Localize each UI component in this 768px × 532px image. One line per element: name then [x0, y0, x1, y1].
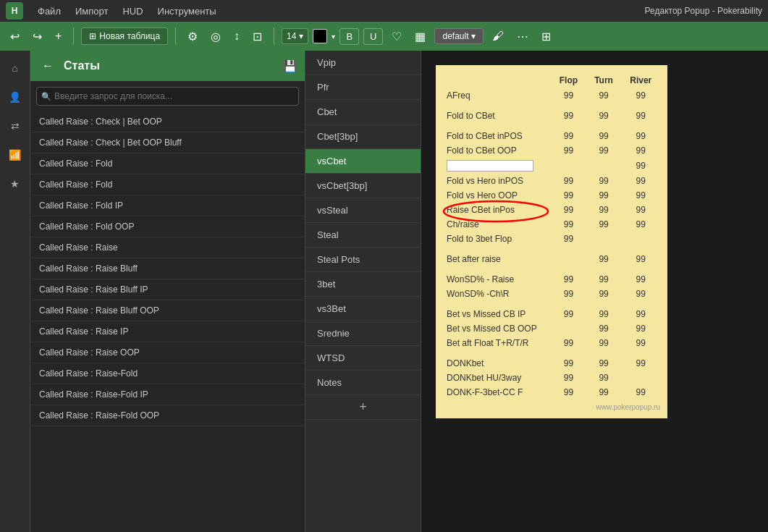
person-icon[interactable]: 👤	[5, 87, 25, 107]
menu-cbet3bp[interactable]: Cbet[3bp]	[305, 124, 421, 149]
menu-bar: H Файл Импорт HUD Инструменты Редактор P…	[0, 0, 768, 22]
stat-river: 99	[622, 336, 660, 350]
col-stat	[443, 72, 551, 88]
stat-river: 99	[622, 321, 660, 336]
menu-vscbet[interactable]: vsCbet	[305, 149, 421, 174]
app-title: Редактор Popup - Pokerability	[645, 6, 762, 16]
arrow-button[interactable]: ↕	[229, 27, 244, 46]
stat-name	[443, 158, 551, 174]
heart-button[interactable]: ♡	[387, 27, 406, 46]
list-item[interactable]: Called Raise : Raise Bluff OOP	[30, 300, 305, 321]
table-row: WonSD% -Ch\R 99 99 99	[443, 287, 660, 301]
list-item[interactable]: Called Raise : Fold OOP	[30, 216, 305, 237]
list-item[interactable]: Called Raise : Raise Bluff	[30, 258, 305, 279]
add-menu-item-button[interactable]: +	[305, 395, 421, 420]
settings-button[interactable]: ⚙	[183, 27, 202, 46]
menu-dropdown: Vpip Pfr Cbet Cbet[3bp] vsCbet vsCbet[3b…	[305, 51, 421, 532]
stat-river: 99	[622, 88, 660, 103]
menu-vs3bet[interactable]: vs3Bet	[305, 297, 421, 321]
list-item[interactable]: Called Raise : Raise-Fold	[30, 363, 305, 384]
paint-button[interactable]: 🖌	[488, 27, 508, 46]
menu-srednie[interactable]: Srednie	[305, 321, 421, 346]
stat-name: WonSD% -Ch\R	[443, 287, 551, 301]
list-item[interactable]: Called Raise : Check | Bet OOP Bluff	[30, 132, 305, 153]
menu-hud[interactable]: HUD	[122, 6, 143, 17]
list-item[interactable]: Called Raise : Check | Bet OOP	[30, 111, 305, 132]
save-button[interactable]: 💾	[283, 59, 298, 73]
stat-turn: 99	[586, 272, 622, 287]
menu-steal[interactable]: Steal	[305, 223, 421, 248]
menu-file[interactable]: Файл	[38, 6, 61, 17]
gap-row	[443, 301, 660, 307]
stats-table-container: Flop Turn River AFreq 99 99 99	[436, 65, 667, 418]
stats-table-wrapper: Flop Turn River AFreq 99 99 99	[436, 65, 667, 418]
font-color-picker[interactable]	[313, 29, 327, 43]
color-arrow: ▾	[332, 33, 335, 41]
table-row: Raise CBet inPos 99 99 99	[443, 203, 660, 217]
stat-flop	[551, 321, 586, 336]
add-button[interactable]: +	[51, 27, 66, 46]
default-arrow: ▾	[471, 31, 476, 41]
table-row: Bet aft Float T+R/T/R 99 99 99	[443, 336, 660, 350]
stats-table: Flop Turn River AFreq 99 99 99	[443, 72, 660, 400]
stat-turn: 99	[586, 129, 622, 143]
main-area: ⌂ 👤 ⇄ 📶 ★ ← Статы 💾 🔍 Called Raise : Che…	[0, 51, 768, 532]
stat-river: 99	[622, 287, 660, 301]
stat-name: AFreq	[443, 88, 551, 103]
list-item[interactable]: Called Raise : Raise	[30, 237, 305, 258]
list-item[interactable]: Called Raise : Raise-Fold OOP	[30, 405, 305, 426]
list-item[interactable]: Called Raise : Raise OOP	[30, 342, 305, 363]
stat-turn: 99	[586, 336, 622, 350]
stat-turn: 99	[586, 356, 622, 371]
stat-name: WonSD% - Raise	[443, 272, 551, 287]
more-button[interactable]: ⋯	[512, 27, 533, 46]
underline-button[interactable]: U	[363, 28, 383, 45]
menu-wtsd[interactable]: WTSD	[305, 346, 421, 371]
wifi-icon[interactable]: 📶	[5, 145, 25, 165]
home-icon[interactable]: ⌂	[5, 58, 25, 78]
menu-tools[interactable]: Инструменты	[158, 6, 216, 17]
default-label: default	[442, 31, 468, 41]
table-row: AFreq 99 99 99	[443, 88, 660, 103]
list-item[interactable]: Called Raise : Fold	[30, 153, 305, 174]
stat-flop	[551, 158, 586, 174]
grid-button[interactable]: ▦	[410, 27, 430, 46]
stat-flop	[551, 252, 586, 266]
menu-vscbet3bp[interactable]: vsCbet[3bp]	[305, 174, 421, 198]
table-row: Fold to 3bet Flop 99	[443, 232, 660, 246]
menu-vssteal[interactable]: vsSteal	[305, 198, 421, 223]
menu-3bet[interactable]: 3bet	[305, 272, 421, 297]
menu-steal-pots[interactable]: Steal Pots	[305, 248, 421, 272]
stat-turn: 99	[586, 88, 622, 103]
stat-flop: 99	[551, 385, 586, 400]
stat-flop: 99	[551, 232, 586, 246]
back-button[interactable]: ←	[38, 56, 58, 75]
stat-river: 99	[622, 272, 660, 287]
menu-notes[interactable]: Notes	[305, 371, 421, 395]
new-table-button[interactable]: ⊞ Новая таблица	[81, 28, 168, 45]
list-item[interactable]: Called Raise : Raise Bluff IP	[30, 279, 305, 300]
bold-button[interactable]: B	[339, 28, 359, 45]
list-item[interactable]: Called Raise : Fold IP	[30, 195, 305, 216]
undo-button[interactable]: ↩	[6, 27, 24, 46]
menu-pfr[interactable]: Pfr	[305, 75, 421, 100]
list-item[interactable]: Called Raise : Raise IP	[30, 321, 305, 342]
table-row: Ch/raise 99 99 99	[443, 217, 660, 232]
inline-input[interactable]	[447, 160, 533, 172]
search-input[interactable]	[36, 87, 299, 106]
menu-import[interactable]: Импорт	[75, 6, 108, 17]
list-item[interactable]: Called Raise : Raise-Fold IP	[30, 384, 305, 405]
menu-cbet[interactable]: Cbet	[305, 100, 421, 124]
frame-button[interactable]: ⊡	[248, 27, 266, 46]
target-button[interactable]: ◎	[206, 27, 225, 46]
stat-name: Bet vs Missed CB IP	[443, 307, 551, 321]
menu-vpip[interactable]: Vpip	[305, 51, 421, 75]
list-item[interactable]: Called Raise : Fold	[30, 174, 305, 195]
font-size-selector[interactable]: 14 ▾	[282, 28, 308, 44]
star-icon[interactable]: ★	[5, 174, 25, 194]
redo-button[interactable]: ↪	[28, 27, 46, 46]
layout-button[interactable]: ⊞	[537, 27, 555, 46]
share-icon[interactable]: ⇄	[5, 116, 25, 136]
default-button[interactable]: default ▾	[434, 28, 483, 44]
stat-turn: 99	[586, 109, 622, 123]
